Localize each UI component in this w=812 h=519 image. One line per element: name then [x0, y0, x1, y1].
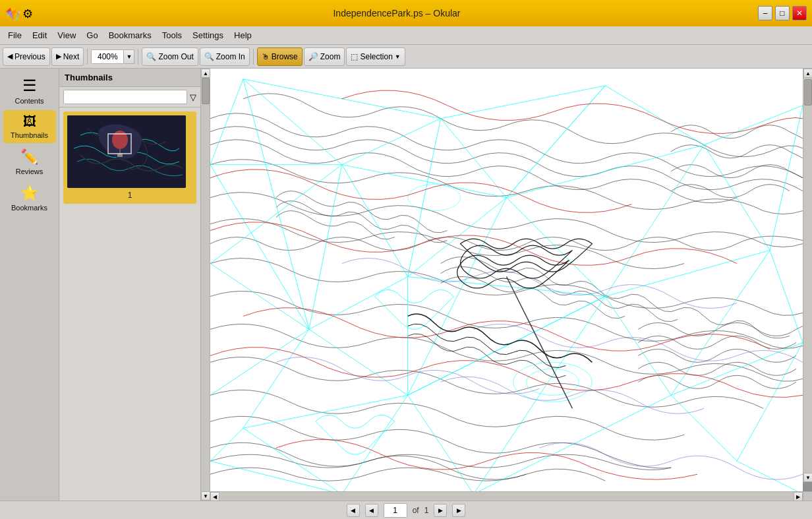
next-icon: ▶	[56, 52, 61, 61]
menu-go[interactable]: Go	[81, 28, 103, 42]
sidebar-item-thumbnails[interactable]: 🖼 Thumbnails	[3, 110, 56, 143]
doc-scroll-left[interactable]: ◀	[210, 492, 219, 501]
selection-dropdown-icon: ▼	[395, 53, 401, 60]
page-of-label: of	[413, 506, 419, 515]
sidebar: ☰ Contents 🖼 Thumbnails ✏️ Reviews ⭐ Boo…	[0, 69, 59, 501]
statusbar: ◀ ◀ of 1 ▶ ▶	[0, 501, 812, 519]
menu-file[interactable]: File	[3, 28, 27, 42]
menu-bookmarks[interactable]: Bookmarks	[103, 28, 157, 42]
menu-view[interactable]: View	[52, 28, 81, 42]
zoom-in-label: Zoom In	[216, 52, 245, 61]
scrollbar-corner	[803, 491, 812, 501]
zoom-input[interactable]	[91, 49, 124, 64]
doc-scroll-right[interactable]: ▶	[794, 492, 803, 501]
zoom-out-icon: 🔍	[146, 52, 156, 61]
document-view[interactable]: ▲ ▼ ◀ ▶	[210, 69, 812, 501]
panel-title: Thumbnails	[59, 69, 200, 87]
thumb-svg	[67, 115, 186, 188]
bookmarks-icon: ⭐	[20, 185, 38, 202]
filter-icon: ▽	[190, 92, 196, 102]
panel-scrollbar: ▲ ▼	[201, 69, 210, 501]
doc-scroll-track-h	[219, 492, 794, 501]
titlebar-left-icons: 🪁 ⚙	[5, 7, 36, 20]
thumbnail-image	[67, 115, 186, 188]
menubar: File Edit View Go Bookmarks Tools Settin…	[0, 26, 812, 45]
current-page-input[interactable]	[384, 503, 407, 518]
separator-1	[87, 49, 88, 65]
panel-scroll-thumb[interactable]	[202, 78, 210, 104]
zoom-out-label: Zoom Out	[158, 52, 193, 61]
first-page-button[interactable]: ◀	[347, 504, 360, 517]
doc-scroll-down[interactable]: ▼	[803, 473, 812, 482]
menu-tools[interactable]: Tools	[157, 28, 187, 42]
maximize-button[interactable]: □	[775, 6, 790, 20]
app-icon: 🪁	[5, 7, 18, 20]
previous-icon: ◀	[7, 52, 13, 61]
selection-button[interactable]: ⬚ Selection ▼	[346, 47, 405, 66]
document-scrollbar-vertical: ▲ ▼	[803, 69, 812, 482]
panel-scroll-up[interactable]: ▲	[201, 69, 210, 78]
prev-page-button[interactable]: ◀	[365, 504, 378, 517]
menu-edit[interactable]: Edit	[27, 28, 52, 42]
zoom-mode-label: Zoom	[320, 52, 341, 61]
thumbnails-panel: Thumbnails ▽	[59, 69, 201, 501]
panel-search-input[interactable]	[63, 90, 187, 104]
thumbnails-icon: 🖼	[23, 114, 36, 129]
settings-icon[interactable]: ⚙	[22, 7, 36, 20]
menu-help[interactable]: Help	[229, 28, 257, 42]
svg-point-1	[112, 131, 128, 149]
sidebar-item-reviews[interactable]: ✏️ Reviews	[3, 144, 56, 179]
zoom-control: ▼	[91, 49, 134, 64]
zoom-mode-button[interactable]: 🔎 Zoom	[304, 47, 345, 66]
titlebar-controls: – □ ✕	[758, 6, 807, 20]
zoom-mode-icon: 🔎	[308, 52, 318, 61]
thumbnails-label: Thumbnails	[11, 131, 48, 139]
document-scrollbar-horizontal: ◀ ▶	[210, 491, 803, 501]
menu-settings[interactable]: Settings	[187, 28, 229, 42]
browse-button[interactable]: 🖱 Browse	[257, 47, 303, 66]
minimize-button[interactable]: –	[758, 6, 772, 20]
browse-label: Browse	[272, 52, 298, 61]
last-page-button[interactable]: ▶	[452, 504, 465, 517]
reviews-label: Reviews	[16, 168, 44, 175]
selection-label: Selection	[360, 52, 392, 61]
bookmarks-label: Bookmarks	[11, 204, 47, 212]
window-title: IndependencePark.ps – Okular	[333, 8, 460, 18]
thumbnail-page-number: 1	[67, 191, 192, 200]
panel-search-area: ▽	[59, 87, 200, 107]
next-button[interactable]: ▶ Next	[51, 47, 84, 66]
doc-scroll-up[interactable]: ▲	[803, 69, 812, 78]
doc-scroll-thumb-v[interactable]	[804, 79, 812, 106]
sidebar-item-contents[interactable]: ☰ Contents	[3, 73, 56, 109]
svg-rect-5	[210, 69, 803, 491]
zoom-in-button[interactable]: 🔍 Zoom In	[200, 47, 250, 66]
zoom-out-button[interactable]: 🔍 Zoom Out	[142, 47, 198, 66]
sidebar-item-bookmarks[interactable]: ⭐ Bookmarks	[3, 181, 56, 216]
panel-scroll-track	[201, 78, 210, 491]
previous-button[interactable]: ◀ Previous	[3, 47, 50, 66]
toolbar: ◀ Previous ▶ Next ▼ 🔍 Zoom Out 🔍 Zoom In…	[0, 45, 812, 69]
next-page-button[interactable]: ▶	[434, 504, 447, 517]
titlebar: 🪁 ⚙ IndependencePark.ps – Okular – □ ✕	[0, 0, 812, 26]
next-label: Next	[63, 52, 80, 61]
separator-2	[138, 49, 138, 65]
contents-icon: ☰	[22, 76, 37, 95]
panel-content: 1	[59, 107, 200, 501]
zoom-in-icon: 🔍	[204, 52, 214, 61]
main-area: ☰ Contents 🖼 Thumbnails ✏️ Reviews ⭐ Boo…	[0, 69, 812, 501]
panel-scroll-down[interactable]: ▼	[201, 491, 210, 501]
contents-label: Contents	[14, 97, 44, 105]
close-button[interactable]: ✕	[792, 6, 807, 20]
thumbnail-page-1[interactable]: 1	[63, 111, 196, 204]
previous-label: Previous	[14, 52, 45, 61]
zoom-dropdown-button[interactable]: ▼	[124, 49, 134, 64]
reviews-icon: ✏️	[20, 148, 38, 166]
total-pages-label: 1	[424, 506, 429, 515]
selection-icon: ⬚	[351, 52, 358, 61]
browse-icon: 🖱	[262, 52, 270, 61]
doc-scroll-track-v	[803, 78, 812, 473]
document-content	[210, 69, 803, 491]
separator-3	[253, 49, 254, 65]
